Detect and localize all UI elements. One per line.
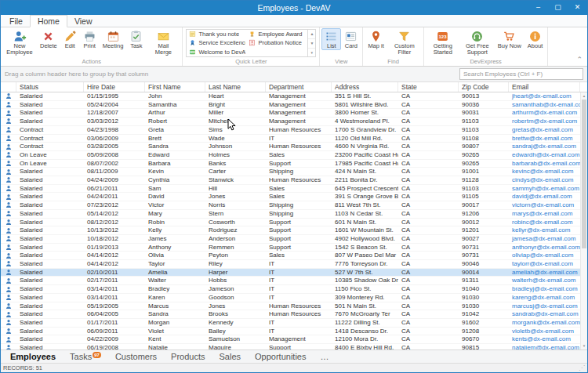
email-link[interactable]: sandraj@dx-email.com xyxy=(509,143,580,150)
employee-row[interactable]: Salaried05/24/2004SamanthaBrightManageme… xyxy=(1,101,580,110)
buy-now-button[interactable]: Buy Now xyxy=(495,28,524,50)
ribbon-collapse-icon[interactable]: ⌃ xyxy=(576,56,583,63)
email-link[interactable]: walterh@dx-email.com xyxy=(509,277,580,284)
card-button[interactable]: Card xyxy=(341,28,361,50)
email-link[interactable]: victorn@dx-email.com xyxy=(509,201,580,209)
search-input[interactable] xyxy=(459,68,583,80)
employee-row[interactable]: Salaried12/18/2007ArthurMillerManagement… xyxy=(1,109,580,118)
email-link[interactable]: robinc@dx-email.com xyxy=(509,219,580,226)
column-header-last-name[interactable]: Last Name xyxy=(205,82,266,92)
email-link[interactable]: kareng@dx-email.com xyxy=(509,294,580,302)
ribbon-tab-view[interactable]: View xyxy=(67,16,100,27)
column-header-zip-code[interactable]: Zip Code xyxy=(459,82,509,92)
gallery-down-icon[interactable]: ▼ xyxy=(308,39,315,49)
employee-row[interactable]: Salaried10/13/2012KellyRodriguezSupport1… xyxy=(1,226,580,235)
employee-row[interactable]: Salaried02/10/2011AmeliaHarperIT527 W 7t… xyxy=(1,269,580,277)
gallery-item-probation-notice[interactable]: Probation Notice xyxy=(247,38,307,47)
email-link[interactable]: sandrab@dx-email.com xyxy=(509,310,580,318)
getting-started-button[interactable]: 123Getting Started xyxy=(426,28,460,57)
email-link[interactable]: marcusj@dx-email.com xyxy=(509,302,580,310)
gallery-item-service-excellence[interactable]: Service Excellence xyxy=(187,38,247,47)
email-link[interactable]: kents@dx-email.com xyxy=(509,335,580,343)
employee-row[interactable]: Salaried07/23/2012VictorNorrisShipping81… xyxy=(1,201,580,210)
employee-row[interactable]: Salaried04/14/2012OliviaPeytonSales807 W… xyxy=(1,252,580,260)
scroll-down-icon[interactable]: ▼ xyxy=(581,342,587,349)
ribbon-tab-file[interactable]: File xyxy=(2,16,30,27)
minimize-button[interactable]: – xyxy=(528,1,548,15)
email-link[interactable]: kellyr@dx-email.com xyxy=(509,226,580,234)
employee-row[interactable]: Salaried02/17/2011WalterHobbsIT10385 Sha… xyxy=(1,277,580,285)
column-header-address[interactable]: Address xyxy=(332,82,398,92)
email-link[interactable]: marys@dx-email.com xyxy=(509,210,580,218)
employee-row[interactable]: Salaried06/04/2005SandraBrooksHuman Reso… xyxy=(1,310,580,319)
column-header-email[interactable]: Email xyxy=(509,82,580,92)
email-link[interactable]: robertm@dx-email.com xyxy=(509,118,580,125)
employee-row[interactable]: Salaried06/19/2008NatalieMaguireSupport8… xyxy=(1,344,580,349)
employee-row[interactable]: Salaried06/09/2011VioletBaileyIT1418 Des… xyxy=(1,328,580,336)
maximize-button[interactable]: ▢ xyxy=(548,1,568,15)
email-link[interactable]: violetb@dx-email.com xyxy=(509,328,580,335)
column-header-first-name[interactable]: First Name xyxy=(145,82,205,92)
new-employee-button[interactable]: New Employee xyxy=(2,28,37,57)
group-by-panel[interactable]: Drag a column header here to group by th… xyxy=(1,67,587,82)
module-tab-employees[interactable]: Employees xyxy=(3,352,63,361)
gallery-up-icon[interactable]: ▲ xyxy=(308,30,315,39)
column-header-department[interactable]: Department xyxy=(266,82,332,92)
employee-row[interactable]: Salaried04/24/2009CynthiaStanwickHuman R… xyxy=(1,176,580,185)
email-link[interactable]: morgank@dx-email.com xyxy=(509,319,580,327)
resize-grip[interactable]: ⋰ xyxy=(579,365,585,371)
employee-row[interactable]: Salaried01/17/2011MorganKennedyIT11222 D… xyxy=(1,319,580,328)
employee-row[interactable]: Salaried01/19/2013AnthonyRemmenSupport15… xyxy=(1,244,580,252)
email-link[interactable]: bradleyj@dx-email.com xyxy=(509,285,580,293)
employee-row[interactable]: Salaried04/24/2011DavidJonesSales391 S O… xyxy=(1,193,580,201)
map-it-button[interactable]: Map it xyxy=(365,28,387,50)
employee-row[interactable]: Salaried10/18/2012JamesAndersonSupport49… xyxy=(1,235,580,244)
task-button[interactable]: Task xyxy=(126,28,146,50)
email-link[interactable]: oliviap@dx-email.com xyxy=(509,252,580,259)
employee-row[interactable]: Salaried05/19/2005MarcusJonesHuman Resou… xyxy=(1,302,580,311)
employee-row[interactable]: Contract03/28/2005SandraJohnsonHuman Res… xyxy=(1,143,580,151)
email-link[interactable]: samanthab@dx-email.com xyxy=(509,101,580,109)
email-link[interactable]: jamesa@dx-email.com xyxy=(509,235,580,243)
employee-row[interactable]: Salaried03/14/2011BradleyJamesonIT1150 F… xyxy=(1,285,580,294)
ribbon-tab-home[interactable]: Home xyxy=(30,15,67,27)
delete-button[interactable]: Delete xyxy=(37,28,60,50)
edit-button[interactable]: Edit xyxy=(60,28,80,50)
employee-row[interactable]: Salaried03/03/2012RobertMitchellManageme… xyxy=(1,118,580,126)
email-link[interactable]: anthonyr@dx-email.com xyxy=(509,244,580,252)
module-tab-tasks[interactable]: Tasks97 xyxy=(63,352,108,361)
about-button[interactable]: About xyxy=(524,28,546,50)
email-link[interactable]: taylorr@dx-email.com xyxy=(509,260,580,268)
scrollbar-thumb[interactable] xyxy=(582,100,586,248)
employee-row[interactable]: Salaried04/14/2012TaylorRileyIT7776 Torr… xyxy=(1,260,580,269)
module-tab-products[interactable]: Products xyxy=(164,352,212,361)
get-free-support-button[interactable]: Get Free Support xyxy=(460,28,495,57)
employee-row[interactable]: Contract03/06/2009BrettWadeIT1120 Old Mi… xyxy=(1,135,580,143)
email-link[interactable]: jheart@dx-email.com xyxy=(509,92,580,100)
email-link[interactable]: cindys@dx-email.com xyxy=(509,176,580,184)
employee-row[interactable]: Contract04/23/1998GretaSimsHuman Resourc… xyxy=(1,126,580,135)
module-tab-sales[interactable]: Sales xyxy=(212,352,249,361)
employee-row[interactable]: Salaried04/22/2009KentSamuelsonManagemen… xyxy=(1,335,580,344)
list-button[interactable]: List xyxy=(321,28,341,50)
employee-row[interactable]: Salaried01/15/1995JohnHeartManagement351… xyxy=(1,92,580,101)
vertical-scrollbar[interactable]: ▲ ▼ xyxy=(580,92,587,349)
email-link[interactable]: edwardh@dx-email.com xyxy=(509,151,580,159)
meeting-button[interactable]: Meeting xyxy=(100,28,127,50)
scroll-up-icon[interactable]: ▲ xyxy=(581,92,587,100)
mail-merge-button[interactable]: Mail Merge xyxy=(146,28,180,57)
employee-row[interactable]: On Leave05/09/2008EdwardHolmesSales23200… xyxy=(1,151,580,160)
custom-filter-button[interactable]: Custom Filter xyxy=(387,28,422,57)
column-header-hire-date[interactable]: Hire Date xyxy=(84,82,145,92)
employee-row[interactable]: Salaried08/12/2012RobinCosworthSupport60… xyxy=(1,219,580,227)
column-header-state[interactable]: State xyxy=(398,82,459,92)
module-tab-more[interactable]: … xyxy=(313,352,336,361)
email-link[interactable]: arthurm@dx-email.com xyxy=(509,109,580,117)
employee-row[interactable]: Salaried08/11/2009KevinCarterShipping424… xyxy=(1,168,580,176)
gallery-dropdown-icon[interactable]: ▾ xyxy=(308,49,315,57)
email-link[interactable]: davidj@dx-email.com xyxy=(509,193,580,201)
email-link[interactable]: sammyh@dx-email.com xyxy=(509,185,580,193)
email-link[interactable]: barbarab@dx-email.com xyxy=(509,160,580,168)
email-link[interactable]: gretas@dx-email.com xyxy=(509,126,580,134)
employee-row[interactable]: Salaried05/14/2012MarySternShipping1103 … xyxy=(1,210,580,219)
